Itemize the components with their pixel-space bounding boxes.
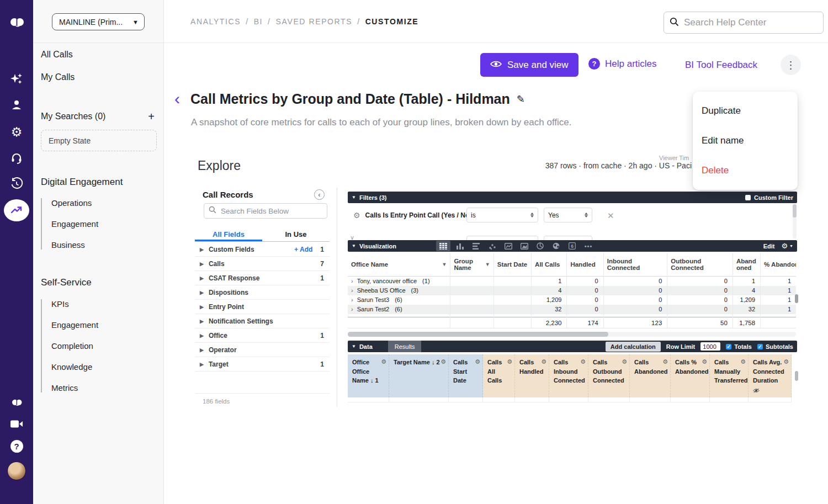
breadcrumb-analytics[interactable]: ANALYTICS [190,17,241,26]
visualization-bar[interactable]: ▼ Visualization 6 ••• Edit ⚙▼ [348,240,797,252]
col-all-calls[interactable]: All Calls [532,253,567,277]
table-row[interactable]: ›Sarun Test3(6) 1,209 0 0 0 1,209 1 [348,295,796,305]
field-group-target[interactable]: ▶Target1 [195,357,330,372]
more-options-button[interactable]: ⋮ [781,55,801,75]
back-chevron-icon[interactable]: ‹ [174,91,180,107]
table-row[interactable]: ›Sheeba US Office(3) 4 0 0 0 4 1 [348,286,796,295]
save-and-view-button[interactable]: Save and view [480,53,578,77]
add-search-icon[interactable]: + [148,111,155,122]
viz-more-icon[interactable]: ••• [582,241,595,251]
col-handled[interactable]: Handled [567,253,603,277]
field-group-dispositions[interactable]: ▶Dispositions [195,285,330,300]
analytics-nav-active[interactable] [4,199,29,221]
custom-filter-toggle[interactable]: Custom Filter [745,194,793,201]
video-icon[interactable] [0,418,33,430]
filter-value-select[interactable]: Yes [544,208,592,222]
viz-line-chart-icon[interactable] [502,241,514,251]
gear-icon[interactable]: ⚙ [702,357,707,367]
field-group-operator[interactable]: ▶Operator [195,343,330,357]
viz-column-chart-icon[interactable] [454,241,466,251]
menu-item-edit-name[interactable]: Edit name [693,126,798,156]
help-articles-link[interactable]: ? Help articles [588,58,657,70]
viz-area-chart-icon[interactable] [518,241,530,251]
row-expand-chevron[interactable]: › [351,287,353,294]
sidebar-item-completion[interactable]: Completion [51,341,98,351]
table-row[interactable]: ›Sarun Test2(6) 32 0 0 0 32 1 [348,305,796,314]
field-group-calls[interactable]: ▶Calls7 [195,257,330,271]
gear-icon[interactable]: ⚙ [440,357,446,367]
data-col-calls-outbound-connected[interactable]: ⚙Calls Outbound Connected [588,354,630,397]
data-col-calls-abandoned[interactable]: ⚙Calls Abandoned [630,354,671,397]
add-calculation-button[interactable]: Add calculation [606,342,661,352]
settings-gear-icon[interactable]: ⚙ [0,125,33,139]
custom-filter-checkbox[interactable] [745,195,751,200]
viz-bar-chart-icon[interactable] [470,241,482,251]
data-col-calls-handled[interactable]: ⚙Calls Handled [515,354,549,397]
gear-icon[interactable]: ⚙ [541,357,546,367]
field-group-notification-settings[interactable]: ▶Notification Settings [195,314,330,328]
totals-toggle[interactable]: ✓ Totals [726,343,752,350]
sidebar-item-all-calls[interactable]: All Calls [41,50,73,60]
filter-value-select-partial[interactable] [544,236,592,240]
subtotals-checkbox[interactable]: ✓ [757,344,763,349]
subtotals-toggle[interactable]: ✓ Subtotals [757,343,793,350]
data-bar[interactable]: ▼ Data Results Add calculation Row Limit… [348,341,797,352]
viz-pie-chart-icon[interactable] [534,241,546,251]
data-col-target-name[interactable]: ⚙Target Name ↓ 2 [389,354,449,397]
data-col-office-office-name[interactable]: ⚙Office Office Name ↓ 1 [348,354,389,397]
viz-edit-button[interactable]: Edit [763,243,775,250]
support-headset-icon[interactable] [0,151,33,165]
table-row[interactable]: ›Tony, vancouver office(1) 1 0 0 0 1 1 [348,277,796,286]
viz-scatter-icon[interactable] [486,241,498,251]
gear-icon[interactable]: ⚙ [475,357,480,367]
remove-filter-icon[interactable]: ✕ [607,211,614,221]
filters-bar[interactable]: ▼ Filters (3) Custom Filter [348,192,797,203]
collapse-panel-icon[interactable]: ‹ [314,189,325,200]
field-group-office[interactable]: ▶Office1 [195,328,330,343]
menu-item-delete[interactable]: Delete [693,156,798,185]
col-start-date[interactable]: Start Date [493,253,531,277]
viz-settings-gear[interactable]: ⚙▼ [781,242,793,250]
breadcrumb-bi[interactable]: BI [254,17,263,26]
viz-single-value-icon[interactable]: 6 [566,241,578,251]
sidebar-item-knowledge[interactable]: Knowledge [51,362,98,372]
breadcrumb-saved-reports[interactable]: SAVED REPORTS [276,17,353,26]
data-col-calls-pct-abandoned[interactable]: ⚙Calls % Abandoned [671,354,710,397]
field-group-entry-point[interactable]: ▶Entry Point [195,300,330,314]
sidebar-item-metrics[interactable]: Metrics [51,383,98,392]
gear-icon[interactable]: ⚙ [381,357,386,367]
tab-in-use[interactable]: In Use [262,227,330,241]
filter-gear-icon[interactable]: ⚙ [353,211,360,220]
history-icon[interactable] [0,177,33,191]
add-custom-field-button[interactable]: + Add [294,246,312,253]
dialpad-logo-icon[interactable] [0,15,33,30]
sidebar-item-my-calls[interactable]: My Calls [41,72,75,82]
data-col-calls-start-date[interactable]: ⚙Calls Start Date [449,354,483,397]
gear-icon[interactable]: ⚙ [580,357,586,367]
col-inbound-connected[interactable]: Inbound Connected [603,253,667,277]
col-abandoned[interactable]: Abandoned [733,253,760,277]
filters-scrollbar[interactable] [793,204,797,238]
viz-map-icon[interactable] [550,241,562,251]
row-limit-input[interactable] [700,342,720,351]
vertical-scrollbar[interactable] [795,294,798,303]
dialpad-small-icon[interactable] [0,397,33,408]
contacts-icon[interactable] [0,98,33,112]
field-group-csat-response[interactable]: ▶CSAT Response1 [195,271,330,285]
gear-icon[interactable]: ⚙ [740,357,746,367]
totals-checkbox[interactable]: ✓ [726,344,731,349]
sidebar-item-operations[interactable]: Operations [51,198,98,208]
horizontal-scrollbar[interactable] [348,332,796,337]
sidebar-item-kpis[interactable]: KPIs [51,299,98,309]
filter-operator-select-partial[interactable] [466,236,538,240]
gear-icon[interactable]: ⚙ [662,357,668,367]
ai-sparkles-icon[interactable] [0,72,33,86]
menu-item-duplicate[interactable]: Duplicate [693,96,798,126]
help-search-input[interactable] [684,17,818,28]
help-icon[interactable]: ? [0,439,33,453]
row-expand-chevron[interactable]: › [351,306,353,312]
data-col-calls-all-calls[interactable]: ⚙Calls All Calls [483,354,515,397]
gear-icon[interactable]: ⚙ [507,357,512,367]
sidebar-item-business[interactable]: Business [51,240,98,250]
col-pct-abandoned[interactable]: % Abandoned [761,253,796,277]
